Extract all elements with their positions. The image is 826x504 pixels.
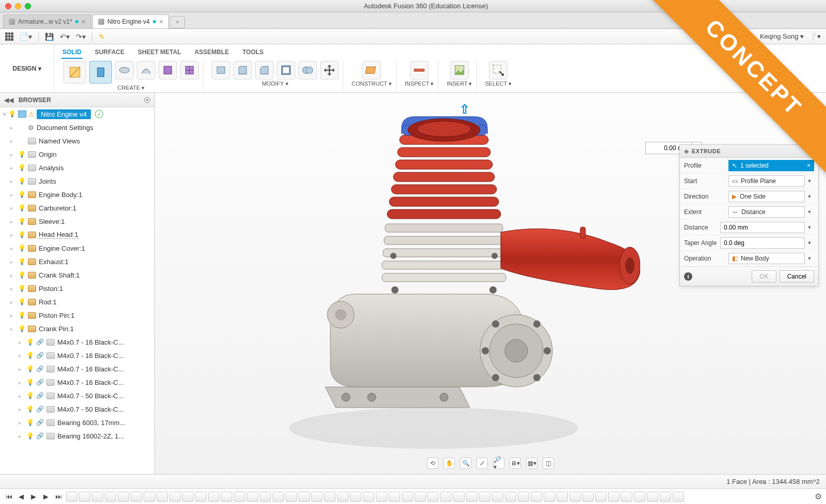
orbit-icon[interactable]: ⟲ <box>427 458 438 469</box>
browser-item[interactable]: ▹💡Engine Cover:1 <box>0 241 154 255</box>
document-tab-nitro-engine[interactable]: Nitro Engine v4 × <box>92 14 169 28</box>
panel-header[interactable]: ◈ EXTRUDE <box>680 145 818 158</box>
browser-item[interactable]: ▹💡Crank Pin:1 <box>0 322 154 335</box>
visibility-bulb-icon[interactable]: 💡 <box>26 419 34 426</box>
redo-button[interactable]: ↷▾ <box>76 32 86 41</box>
timeline-feature[interactable] <box>131 492 142 502</box>
help-button[interactable]: ❔▾ <box>809 32 821 40</box>
sketch-icon[interactable] <box>63 61 86 84</box>
timeline-feature[interactable] <box>118 492 129 502</box>
expand-icon[interactable]: ▹ <box>10 192 15 198</box>
timeline-feature[interactable] <box>105 492 116 502</box>
timeline-feature[interactable] <box>337 492 348 502</box>
timeline-settings-icon[interactable]: ⚙ <box>815 492 822 501</box>
press-pull-icon[interactable] <box>212 61 230 79</box>
visibility-bulb-icon[interactable]: 💡 <box>18 218 25 225</box>
expand-icon[interactable]: ▹ <box>10 246 15 251</box>
timeline-feature[interactable] <box>273 492 284 502</box>
expand-icon[interactable]: ▹ <box>19 366 24 372</box>
visibility-bulb-icon[interactable]: 💡 <box>26 352 34 359</box>
expand-icon[interactable]: ▹ <box>10 259 15 265</box>
visibility-bulb-icon[interactable]: 💡 <box>26 379 34 386</box>
browser-item[interactable]: ▹💡🔗M4x0.7 - 16 Black-C... <box>0 349 154 362</box>
minimize-window-button[interactable] <box>15 3 21 9</box>
timeline-feature[interactable] <box>544 492 555 502</box>
timeline-feature[interactable] <box>673 492 684 502</box>
sweep-icon[interactable] <box>137 61 155 79</box>
expand-icon[interactable]: ▹ <box>10 125 15 131</box>
visibility-bulb-icon[interactable]: 💡 <box>26 405 34 413</box>
visibility-bulb-icon[interactable]: 💡 <box>18 312 25 319</box>
collapse-icon[interactable]: ◈ <box>684 148 689 155</box>
viewports-icon[interactable]: ◫ <box>543 458 554 469</box>
browser-item[interactable]: ▹💡Sleeve:1 <box>0 215 154 228</box>
timeline-feature[interactable] <box>169 492 181 502</box>
expand-icon[interactable]: ▹ <box>10 152 15 157</box>
browser-item[interactable]: ▹💡🔗M4x0.7 - 16 Black-C... <box>0 335 154 349</box>
visibility-bulb-icon[interactable]: 💡 <box>26 338 34 346</box>
expand-icon[interactable]: ▹ <box>19 407 24 412</box>
visibility-bulb-icon[interactable]: 💡 <box>18 177 25 185</box>
expand-icon[interactable]: ▹ <box>10 232 15 238</box>
file-menu-button[interactable]: 📄▾ <box>20 32 32 41</box>
timeline-feature[interactable] <box>415 492 426 502</box>
timeline-feature[interactable] <box>634 492 645 502</box>
visibility-bulb-icon[interactable]: 💡 <box>18 164 25 171</box>
ribbon-tab-solid[interactable]: SOLID <box>61 46 83 59</box>
visibility-bulb-icon[interactable]: 💡 <box>26 392 34 399</box>
timeline-feature[interactable] <box>582 492 594 502</box>
timeline-feature[interactable] <box>260 492 271 502</box>
expand-icon[interactable]: ▹ <box>10 165 15 171</box>
combine-icon[interactable] <box>298 61 317 79</box>
browser-item[interactable]: ▹💡Engine Body:1 <box>0 188 154 201</box>
browser-item[interactable]: ▹💡Rod:1 <box>0 295 154 308</box>
visibility-bulb-icon[interactable]: 💡 <box>18 231 25 238</box>
fillet-icon[interactable] <box>233 61 252 79</box>
revolve-icon[interactable] <box>115 61 134 79</box>
timeline-feature[interactable] <box>285 492 297 502</box>
browser-item[interactable]: ▹💡🔗M4x0.7 - 50 Black-C... <box>0 389 154 402</box>
timeline-feature[interactable] <box>492 492 503 502</box>
timeline-next-icon[interactable]: ▶ <box>41 492 51 501</box>
box-icon[interactable] <box>180 61 199 79</box>
timeline-feature[interactable] <box>363 492 374 502</box>
visibility-bulb-icon[interactable]: 💡 <box>18 245 25 252</box>
browser-item[interactable]: ▹💡🔗M4x0.7 - 16 Black-C... <box>0 362 154 376</box>
timeline-feature[interactable] <box>518 492 529 502</box>
grid-icon[interactable]: ▦▾ <box>526 458 537 469</box>
timeline-feature[interactable] <box>298 492 310 502</box>
visibility-bulb-icon[interactable]: 💡 <box>18 271 25 279</box>
browser-item[interactable]: ▹💡Exhaust:1 <box>0 255 154 268</box>
extent-dropdown[interactable]: ↔Distance <box>728 206 805 218</box>
expand-icon[interactable]: ▹ <box>10 178 15 184</box>
activate-check-icon[interactable]: ✓ <box>95 110 103 118</box>
timeline-start-icon[interactable]: ⏮ <box>4 492 13 501</box>
timeline-feature[interactable] <box>182 492 194 502</box>
timeline-feature[interactable] <box>92 492 103 502</box>
timeline-feature[interactable] <box>66 492 77 502</box>
profile-selector[interactable]: ↖1 selected× <box>728 160 814 171</box>
timeline-feature[interactable] <box>557 492 568 502</box>
clear-selection-icon[interactable]: × <box>807 162 811 169</box>
close-tab-icon[interactable]: × <box>82 18 86 26</box>
diagnostic-button[interactable]: ✎ <box>99 32 105 41</box>
visibility-bulb-icon[interactable]: 💡 <box>18 285 25 292</box>
browser-options-icon[interactable]: ● <box>144 97 150 103</box>
visibility-bulb-icon[interactable]: 💡 <box>18 258 25 265</box>
move-icon[interactable] <box>320 61 339 79</box>
timeline-feature[interactable] <box>505 492 516 502</box>
visibility-bulb-icon[interactable]: 💡 <box>26 365 34 372</box>
timeline-end-icon[interactable]: ⏭ <box>54 492 63 501</box>
timeline-feature[interactable] <box>156 492 168 502</box>
timeline-feature[interactable] <box>453 492 465 502</box>
timeline-feature[interactable] <box>569 492 581 502</box>
ribbon-tab-assemble[interactable]: ASSEMBLE <box>194 46 230 59</box>
operation-dropdown[interactable]: ◧New Body <box>728 253 805 264</box>
close-tab-icon[interactable]: × <box>159 18 163 26</box>
expand-icon[interactable]: ▹ <box>19 339 24 345</box>
distance-input[interactable] <box>720 222 805 233</box>
info-icon[interactable]: i <box>684 272 692 281</box>
timeline-feature[interactable] <box>221 492 232 502</box>
timeline-feature[interactable] <box>466 492 478 502</box>
zoom-icon[interactable]: 🔍 <box>460 458 471 469</box>
